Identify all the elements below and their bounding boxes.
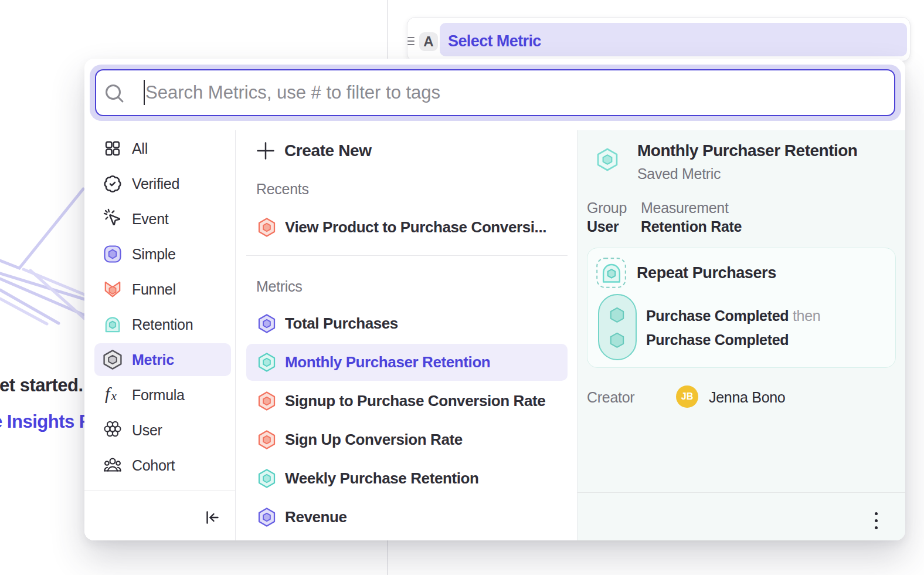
svg-text:x: x bbox=[111, 389, 117, 403]
